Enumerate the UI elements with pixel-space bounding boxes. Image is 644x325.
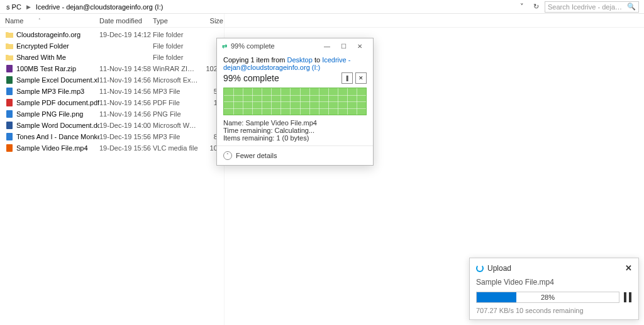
file-name: Sample Video File.mp4 <box>16 144 88 152</box>
column-name[interactable]: Name ˄ <box>5 17 99 25</box>
file-icon <box>5 144 14 152</box>
svg-rect-3 <box>6 99 13 106</box>
file-icon <box>5 121 14 130</box>
copy-prefix: Copying 1 item from <box>223 56 287 64</box>
sort-asc-icon: ˄ <box>38 18 41 23</box>
copy-percent: 99% complete <box>223 73 279 83</box>
file-icon <box>5 132 14 141</box>
file-name: Tones And I - Dance Monkey (Lyrics).mp3 <box>16 133 99 140</box>
copy-from-to-line: Copying 1 item from Desktop to Icedrive … <box>223 56 367 71</box>
copy-dialog-titlebar[interactable]: ⇄ 99% complete — ☐ ✕ <box>217 38 373 54</box>
breadcrumb[interactable]: s PC ▶ Icedrive - dejan@cloudstorageinfo… <box>3 2 517 12</box>
search-placeholder: Search Icedrive - dejan@clou... <box>548 3 625 11</box>
upload-close-button[interactable]: ✕ <box>625 263 632 273</box>
copy-dialog: ⇄ 99% complete — ☐ ✕ Copying 1 item from… <box>216 38 374 166</box>
minimize-button[interactable]: — <box>319 40 335 52</box>
copy-progress-bar <box>223 88 367 115</box>
file-name: Sample Word Document.docx <box>16 122 99 129</box>
spinner-icon <box>476 265 484 272</box>
copy-percent-line: 99% complete ∥ ✕ <box>223 72 367 84</box>
breadcrumb-root[interactable]: s PC <box>3 2 25 12</box>
search-icon[interactable]: 🔍 <box>627 3 636 11</box>
file-name: Shared With Me <box>16 54 66 61</box>
fewer-details-label: Fewer details <box>236 152 277 159</box>
search-input[interactable]: Search Icedrive - dejan@clou... 🔍 <box>545 1 639 13</box>
upload-popup: Upload ✕ Sample Video File.mp4 28% 707.2… <box>469 258 639 320</box>
file-icon <box>5 110 14 118</box>
file-name: Sample MP3 File.mp3 <box>16 88 84 95</box>
address-bar-right: ˅ ↻ Search Icedrive - dejan@clou... 🔍 <box>517 1 641 13</box>
file-date: 11-Nov-19 14:56 <box>99 99 153 106</box>
file-icon <box>5 76 14 84</box>
chevron-right-icon: ▶ <box>26 4 31 10</box>
svg-rect-5 <box>6 122 13 129</box>
column-size[interactable]: Size <box>198 17 223 25</box>
file-date: 11-Nov-19 14:56 <box>99 76 153 84</box>
file-date: 11-Nov-19 14:56 <box>99 88 153 95</box>
file-type: File folder <box>153 54 198 61</box>
fewer-details-toggle[interactable]: ˄ Fewer details <box>217 145 373 165</box>
chevron-down-icon[interactable]: ˅ <box>517 2 527 12</box>
file-icon <box>5 64 14 73</box>
file-type: Microsoft Excel W... <box>153 76 198 84</box>
file-date: 19-Dec-19 14:12 <box>99 31 153 38</box>
svg-rect-8 <box>624 292 626 302</box>
file-type: MP3 File <box>153 88 198 95</box>
copy-to-word: to <box>313 56 322 64</box>
file-type: PDF File <box>153 99 198 106</box>
svg-rect-4 <box>6 110 13 118</box>
file-name: Sample PDF document.pdf <box>16 99 99 106</box>
pause-button[interactable]: ∥ <box>341 72 353 84</box>
file-icon <box>5 87 14 96</box>
file-icon <box>5 53 14 62</box>
refresh-icon[interactable]: ↻ <box>531 2 541 12</box>
file-type: File folder <box>153 42 198 50</box>
file-name: Encrypted Folder <box>16 42 69 50</box>
upload-progress-bar: 28% <box>476 292 619 303</box>
file-type: VLC media file <box>153 144 198 152</box>
copy-from-link[interactable]: Desktop <box>287 56 312 64</box>
file-date: 19-Dec-19 14:00 <box>99 122 153 129</box>
copy-name-line: Name: Sample Video File.mp4 <box>223 119 367 127</box>
maximize-button[interactable]: ☐ <box>335 40 352 52</box>
copy-items-line: Items remaining: 1 (0 bytes) <box>223 134 367 142</box>
chevron-up-icon: ˄ <box>223 151 232 160</box>
file-date: 11-Nov-19 14:58 <box>99 65 153 72</box>
close-button[interactable]: ✕ <box>352 40 368 52</box>
upload-percent: 28% <box>477 292 619 302</box>
file-date: 19-Dec-19 15:56 <box>99 144 153 152</box>
column-date[interactable]: Date modified <box>99 17 153 25</box>
copy-time-line: Time remaining: Calculating... <box>223 127 367 134</box>
address-bar: s PC ▶ Icedrive - dejan@cloudstorageinfo… <box>0 0 644 14</box>
breadcrumb-location[interactable]: Icedrive - dejan@cloudstorageinfo.org (I… <box>32 2 167 12</box>
svg-rect-2 <box>6 88 13 95</box>
file-name: Sample PNG File.png <box>16 110 83 118</box>
copy-dialog-body: Copying 1 item from Desktop to Icedrive … <box>217 54 373 145</box>
upload-progress-row: 28% <box>476 292 632 303</box>
file-icon <box>5 30 14 39</box>
upload-title: Upload <box>487 264 511 273</box>
file-type: File folder <box>153 31 198 38</box>
file-icon <box>5 42 14 50</box>
upload-status: 707.27 KB/s 10 seconds remaining <box>476 307 632 314</box>
copy-dialog-title: 99% complete <box>231 42 275 50</box>
file-name: 100MB Test Rar.zip <box>16 65 76 72</box>
svg-rect-0 <box>6 65 13 72</box>
svg-rect-1 <box>6 76 13 84</box>
transfer-icon: ⇄ <box>222 43 227 50</box>
cancel-button[interactable]: ✕ <box>355 72 367 84</box>
file-type: Microsoft Word D... <box>153 122 198 129</box>
file-type: PNG File <box>153 110 198 118</box>
svg-rect-9 <box>629 292 631 302</box>
upload-filename: Sample Video File.mp4 <box>476 278 632 287</box>
column-headers: Name ˄ Date modified Type Size <box>0 14 644 28</box>
file-type: MP3 File <box>153 133 198 140</box>
file-icon <box>5 98 14 107</box>
file-name: Sample Excel Document.xlsx <box>16 76 99 84</box>
column-type[interactable]: Type <box>153 17 198 25</box>
file-name: Cloudstorageinfo.org <box>16 31 80 38</box>
upload-pause-button[interactable] <box>623 292 632 302</box>
file-date: 11-Nov-19 14:56 <box>99 110 153 118</box>
file-type: WinRAR ZIP archive <box>153 65 198 72</box>
upload-header: Upload ✕ <box>476 263 632 273</box>
